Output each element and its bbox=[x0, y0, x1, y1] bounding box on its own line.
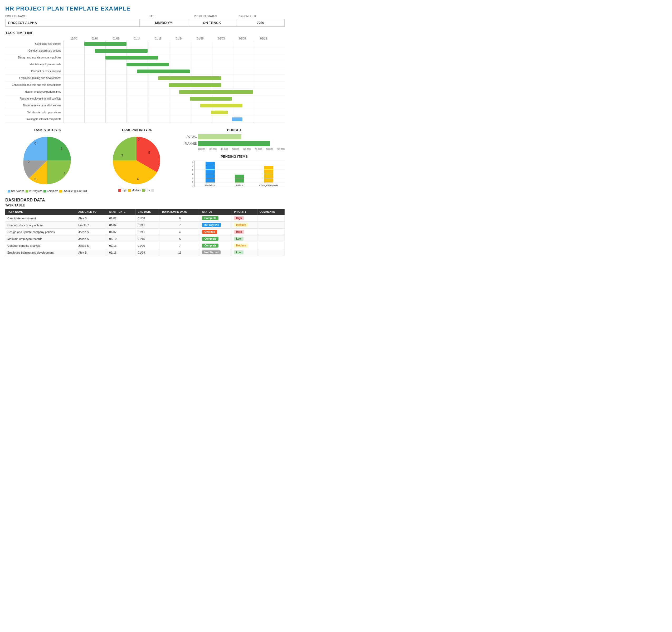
grid-line bbox=[190, 109, 190, 116]
cell-duration: 7 bbox=[160, 242, 200, 249]
pending-items-chart: PENDING ITEMS 6 5 4 3 2 1 0 bbox=[184, 155, 285, 187]
budget-axis: 20,000 30,000 40,000 50,000 60,000 70,00… bbox=[184, 148, 285, 150]
grid-line bbox=[169, 116, 169, 123]
col-task-name: TASK NAME bbox=[5, 209, 76, 215]
pending-items-title: PENDING ITEMS bbox=[184, 155, 285, 158]
gantt-bars-3 bbox=[63, 61, 285, 68]
gantt-row-4: Conduct benefits analysis bbox=[5, 68, 285, 75]
cell-start: 01/16 bbox=[107, 249, 136, 256]
svg-text:5: 5 bbox=[34, 177, 37, 181]
gantt-label-5: Employee training and development bbox=[5, 77, 63, 79]
gantt-bars-7 bbox=[63, 89, 285, 95]
grid-line bbox=[84, 116, 85, 123]
grid-line bbox=[105, 89, 106, 95]
grid-line bbox=[253, 61, 253, 68]
gantt-label-0: Candidate recruitment bbox=[5, 43, 63, 45]
gantt-date-1: 01/04 bbox=[84, 37, 105, 40]
grid-line-2 bbox=[194, 178, 285, 178]
svg-text:2: 2 bbox=[28, 160, 30, 164]
grid-line bbox=[126, 102, 127, 109]
grid-line bbox=[232, 75, 232, 82]
grid-line bbox=[84, 75, 85, 82]
grid-line bbox=[190, 41, 190, 47]
grid-line bbox=[232, 68, 232, 75]
gantt-bar-6 bbox=[169, 83, 221, 87]
grid-line-5 bbox=[194, 165, 285, 166]
gantt-label-3: Maintain employee records bbox=[5, 63, 63, 66]
gantt-bars-1 bbox=[63, 47, 285, 54]
cell-status: Overdue bbox=[200, 229, 232, 235]
gantt-bar-2 bbox=[105, 56, 158, 59]
grid-line bbox=[105, 61, 106, 68]
pending-chart-area: 6 5 4 3 2 1 0 bbox=[184, 161, 285, 187]
grid-line bbox=[232, 95, 232, 102]
task-priority-chart: TASK PRIORITY % 5 4 3 0 High bbox=[95, 128, 179, 192]
grid-line bbox=[126, 75, 127, 82]
grid-line bbox=[253, 95, 253, 102]
dashboard-section: DASHBOARD DATA TASK TABLE TASK NAME ASSI… bbox=[5, 198, 285, 256]
cell-task: Design and update company policies bbox=[5, 229, 76, 235]
header-row: TASK NAME ASSIGNED TO START DATE END DAT… bbox=[5, 209, 285, 215]
gantt-bar-3 bbox=[126, 63, 169, 66]
cell-priority: High bbox=[232, 229, 257, 235]
change-requests-label: Change Requests bbox=[259, 184, 278, 187]
table-row: Design and update company policiesJacob … bbox=[5, 229, 285, 235]
task-status-chart: TASK STATUS % 3 2 5 bbox=[5, 128, 89, 193]
project-name-cell: PROJECT ALPHA bbox=[5, 19, 140, 26]
grid-line bbox=[63, 61, 64, 68]
budget-chart: BUDGET ACTUAL PLANNED 20,000 30,000 bbox=[184, 128, 285, 150]
legend-low: Low bbox=[142, 189, 150, 192]
svg-text:0: 0 bbox=[138, 138, 140, 142]
cell-assigned: Jacob S. bbox=[76, 229, 107, 235]
grid-line bbox=[84, 68, 85, 75]
change-requests-bar bbox=[264, 166, 273, 183]
task-priority-svg: 5 4 3 0 bbox=[110, 134, 163, 187]
gantt-date-3: 01/14 bbox=[126, 37, 148, 40]
grid-line bbox=[63, 82, 64, 89]
budget-actual-row: ACTUAL bbox=[184, 134, 285, 139]
grid-line bbox=[63, 109, 64, 116]
cell-priority: Medium bbox=[232, 242, 257, 249]
gantt-bars-11 bbox=[63, 116, 285, 123]
cell-comments bbox=[257, 229, 284, 235]
gantt-body: Candidate recruitmentConduct disciplinar… bbox=[5, 41, 285, 123]
decisions-label: Decisions bbox=[205, 184, 215, 187]
project-info-row: PROJECT ALPHA MM/DD/YY ON TRACK 72% bbox=[5, 19, 285, 27]
grid-line bbox=[169, 47, 169, 54]
actions-label: Actions bbox=[236, 184, 243, 187]
budget-actual-bar bbox=[198, 134, 241, 139]
gantt-row-0: Candidate recruitment bbox=[5, 41, 285, 47]
cell-end: 01/11 bbox=[136, 229, 160, 235]
cell-task: Candidate recruitment bbox=[5, 215, 76, 222]
gantt-row-8: Resolve employee internal conflicts bbox=[5, 95, 285, 102]
charts-section: TASK STATUS % 3 2 5 bbox=[5, 128, 285, 193]
grid-line bbox=[232, 109, 232, 116]
gantt-bar-4 bbox=[137, 70, 190, 73]
right-charts: BUDGET ACTUAL PLANNED 20,000 30,000 bbox=[184, 128, 285, 187]
cell-comments bbox=[257, 242, 284, 249]
cell-priority: High bbox=[232, 215, 257, 222]
budget-planned-label: PLANNED bbox=[184, 142, 197, 145]
gantt-date-0: 12/30 bbox=[63, 37, 84, 40]
budget-title: BUDGET bbox=[184, 128, 285, 132]
cell-priority: Low bbox=[232, 235, 257, 242]
grid-line bbox=[105, 68, 106, 75]
grid-line bbox=[63, 95, 64, 102]
table-row: Conduct benefits analysisJacob S.01/1301… bbox=[5, 242, 285, 249]
col-assigned: ASSIGNED TO bbox=[76, 209, 107, 215]
pending-bars-container: Decisions Actions Change Requests bbox=[194, 161, 285, 187]
gantt-bar-11 bbox=[232, 118, 242, 121]
gantt-date-5: 01/24 bbox=[169, 37, 190, 40]
grid-line bbox=[190, 68, 190, 75]
svg-text:3: 3 bbox=[61, 147, 63, 151]
gantt-bar-8 bbox=[190, 97, 232, 101]
actions-bar bbox=[235, 175, 244, 183]
gantt-date-9: 02/13 bbox=[253, 37, 274, 40]
grid-line bbox=[169, 109, 169, 116]
grid-line bbox=[169, 54, 169, 61]
grid-line bbox=[105, 82, 106, 89]
gantt-header: 12/30 01/04 01/09 01/14 01/19 01/24 01/2… bbox=[63, 37, 285, 40]
cell-status: Complete bbox=[200, 242, 232, 249]
gantt-row-1: Conduct disciplinary actions bbox=[5, 47, 285, 54]
svg-text:4: 4 bbox=[137, 177, 139, 181]
